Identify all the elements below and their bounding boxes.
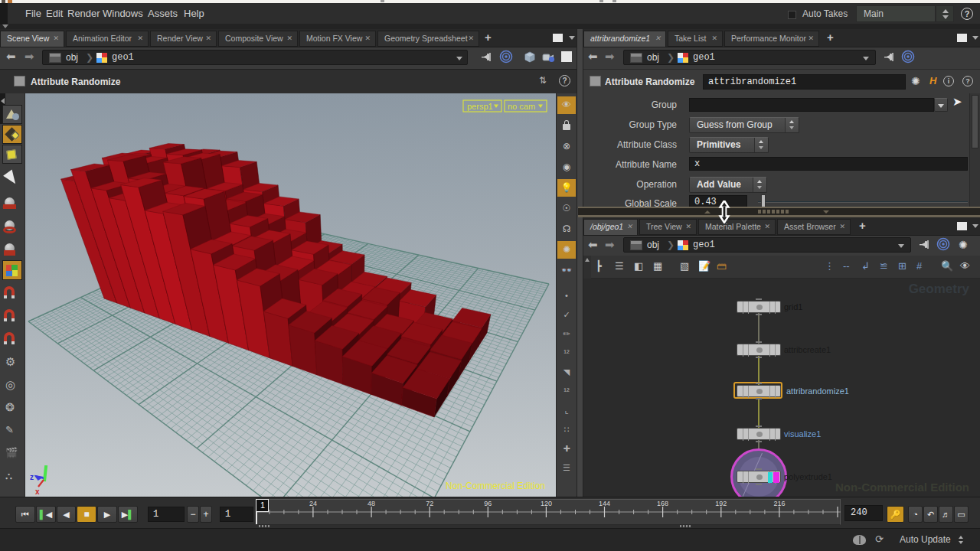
- svg-text:120: 120: [541, 500, 552, 507]
- svg-text:96: 96: [484, 500, 492, 507]
- svg-text:24: 24: [309, 500, 317, 507]
- svg-text:168: 168: [657, 500, 668, 507]
- svg-text:persp1: persp1: [467, 102, 493, 111]
- svg-text:Non-Commercial Edition: Non-Commercial Edition: [446, 481, 545, 491]
- svg-text:72: 72: [426, 500, 433, 507]
- svg-text:no cam: no cam: [508, 102, 535, 111]
- svg-text:192: 192: [715, 500, 727, 507]
- svg-text:216: 216: [773, 500, 785, 507]
- svg-text:z: z: [30, 473, 34, 481]
- svg-text:48: 48: [368, 500, 375, 507]
- svg-text:144: 144: [599, 500, 610, 507]
- svg-text:x: x: [35, 487, 40, 496]
